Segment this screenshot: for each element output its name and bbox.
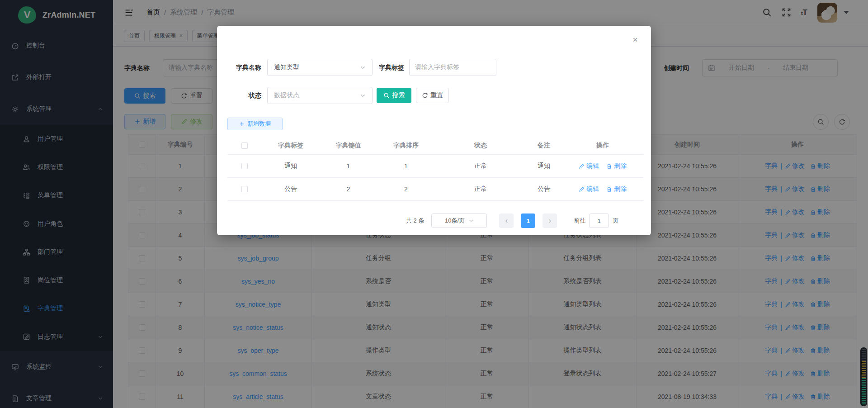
modal-table-body: 通知 1 1 正常 通知 编辑 删除 公告 2 2 正常 公告 编辑 删除	[227, 155, 643, 201]
modal-table: 字典标签 字典键值 字典排序 状态 备注 操作 通知 1 1 正常 通知 编辑 …	[227, 137, 643, 201]
close-icon[interactable]: ×	[631, 36, 639, 44]
modal-header-checkbox	[227, 137, 261, 155]
trash-icon	[606, 163, 612, 169]
modal-table-header: 字典标签 字典键值 字典排序 状态 备注 操作	[227, 137, 643, 155]
modal-cell-remark: 通知	[526, 155, 562, 178]
modal-status-label: 状态	[228, 87, 261, 104]
pagination-page-size-value: 10条/页	[445, 217, 465, 225]
modal-add-data-button[interactable]: 新增数据	[227, 118, 283, 130]
dict-data-modal: × 字典名称 通知类型 字典标签 请输入字典标签 状态 数据状态 搜索 重置 新…	[217, 26, 651, 235]
modal-select-all-checkbox[interactable]	[241, 142, 248, 149]
modal-search-label: 搜索	[392, 91, 405, 100]
modal-cell-ops: 编辑 删除	[562, 155, 643, 178]
modal-cell-value: 2	[320, 178, 377, 201]
chevron-down-icon	[360, 65, 366, 71]
modal-status-select[interactable]: 数据状态	[267, 87, 373, 104]
modal-reset-label: 重置	[431, 91, 443, 100]
modal-cell-label: 公告	[261, 178, 320, 201]
modal-table-row: 通知 1 1 正常 通知 编辑 删除	[227, 155, 643, 178]
modal-header-ops: 操作	[562, 137, 643, 155]
modal-row-checkbox-cell	[227, 178, 261, 201]
modal-cell-ops: 编辑 删除	[562, 178, 643, 201]
modal-cell-status: 正常	[435, 155, 526, 178]
modal-row-checkbox-cell	[227, 155, 261, 178]
modal-status-placeholder: 数据状态	[274, 91, 299, 100]
modal-cell-remark: 公告	[526, 178, 562, 201]
modal-cell-sort: 2	[377, 178, 435, 201]
pagination-goto-input[interactable]: 1	[589, 213, 609, 228]
modal-row-delete-link[interactable]: 删除	[606, 185, 627, 193]
modal-header-status: 状态	[435, 137, 526, 155]
modal-dict-name-select[interactable]: 通知类型	[267, 59, 373, 76]
pagination-prev-button[interactable]: ‹	[499, 213, 514, 228]
modal-header-remark: 备注	[526, 137, 562, 155]
modal-cell-value: 1	[320, 155, 377, 178]
modal-row-checkbox[interactable]	[241, 163, 248, 169]
modal-table-row: 公告 2 2 正常 公告 编辑 删除	[227, 178, 643, 201]
modal-cell-sort: 1	[377, 155, 435, 178]
chevron-down-icon	[360, 93, 366, 99]
refresh-icon	[422, 92, 428, 99]
modal-add-data-label: 新增数据	[247, 120, 271, 128]
modal-dict-name-value: 通知类型	[274, 63, 299, 71]
modal-header-label: 字典标签	[261, 137, 320, 155]
modal-dict-name-label: 字典名称	[228, 59, 261, 76]
modal-dict-label-label: 字典标签	[374, 59, 404, 76]
pagination-page-unit: 页	[613, 217, 618, 225]
plus-icon	[239, 121, 245, 127]
pagination-goto-label: 前往	[574, 217, 585, 225]
search-icon	[383, 92, 390, 99]
modal-search-button[interactable]: 搜索	[377, 88, 411, 103]
modal-dict-label-placeholder: 请输入字典标签	[415, 63, 459, 71]
app-root: V ZrAdmin.NET 控制台 外部打开 系统管理 用户管理 权限管理 菜单…	[0, 0, 868, 408]
modal-header-value: 字典键值	[320, 137, 377, 155]
pagination-next-button[interactable]: ›	[542, 213, 557, 228]
modal-row-delete-link[interactable]: 删除	[606, 162, 627, 170]
modal-reset-button[interactable]: 重置	[416, 88, 449, 103]
edit-icon	[579, 186, 585, 192]
pagination-page-1[interactable]: 1	[521, 213, 535, 228]
edit-icon	[579, 163, 585, 169]
chevron-down-icon	[468, 218, 474, 223]
modal-row-edit-link[interactable]: 编辑	[579, 185, 599, 193]
modal-header-sort: 字典排序	[377, 137, 435, 155]
pagination-total: 共 2 条	[406, 217, 424, 225]
pagination-page-size-select[interactable]: 10条/页	[431, 213, 487, 228]
modal-row-checkbox[interactable]	[241, 186, 248, 192]
modal-pagination: 共 2 条 10条/页 ‹ 1 › 前往 1 页	[406, 213, 618, 229]
modal-row-edit-link[interactable]: 编辑	[579, 162, 599, 170]
modal-dict-label-input[interactable]: 请输入字典标签	[409, 59, 496, 76]
modal-cell-label: 通知	[261, 155, 320, 178]
trash-icon	[606, 186, 612, 192]
modal-cell-status: 正常	[435, 178, 526, 201]
